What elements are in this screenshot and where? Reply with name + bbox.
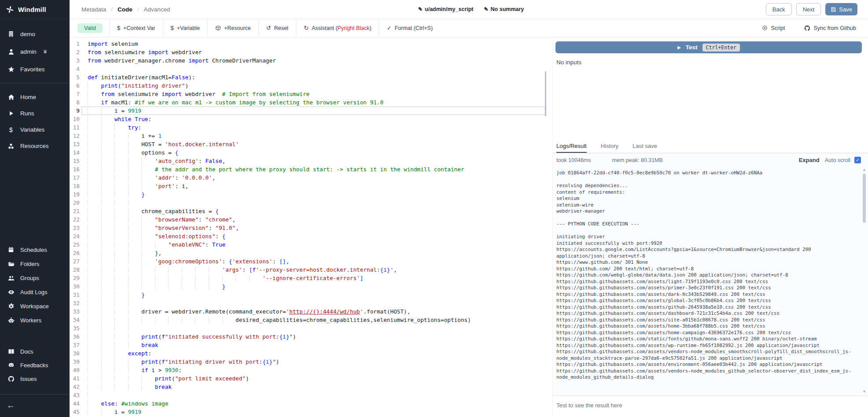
code-line-25[interactable]: 25 "enableVNC": True	[70, 240, 552, 249]
code-line-16[interactable]: 16 # the addr and the port where the pro…	[70, 165, 552, 173]
app-logo[interactable]: Windmill	[0, 0, 70, 19]
tab-last-save[interactable]: Last save	[633, 140, 657, 153]
tab-metadata[interactable]: Metadata	[81, 6, 106, 13]
add-context-var-button[interactable]: $ +Context Var	[110, 19, 163, 37]
sidebar-item-favorites[interactable]: Favorites	[0, 60, 70, 78]
code-line-1[interactable]: 1import selenium	[70, 40, 552, 48]
code-line-28[interactable]: 28 'args': [f'--proxy-server=host.docker…	[70, 266, 552, 274]
code-line-43[interactable]: 43	[70, 391, 552, 399]
code-editor[interactable]: 1import selenium2from seleniumwire impor…	[70, 38, 552, 417]
code-line-41[interactable]: 41 print("port limit exceeded")	[70, 374, 552, 383]
code-line-22[interactable]: 22 "browserName": "chrome",	[70, 215, 552, 224]
sidebar-collapse-button[interactable]: ←	[0, 401, 70, 410]
sidebar-item-label: Schedules	[20, 247, 47, 253]
code-line-5[interactable]: 5def initiateDriver(macM1=False):	[70, 73, 552, 81]
code-line-29[interactable]: 29 '--ignore-certificate-errors']	[70, 274, 552, 282]
sidebar-item-workers[interactable]: Workers	[0, 313, 70, 327]
sidebar-item-issues[interactable]: Issues	[0, 372, 70, 386]
code-line-30[interactable]: 30 }	[70, 282, 552, 291]
tab-history[interactable]: History	[601, 140, 618, 153]
format-button[interactable]: ✓ Format (Ctrl+S)	[379, 19, 440, 37]
code-line-42[interactable]: 42 break	[70, 383, 552, 391]
sidebar-item-audit-logs[interactable]: Audit Logs	[0, 285, 70, 299]
sidebar-item-groups[interactable]: Groups	[0, 271, 70, 285]
code-line-39[interactable]: 39 print(f"initiating driver with port:{…	[70, 358, 552, 366]
workspace-selector[interactable]: demo	[0, 25, 70, 43]
code-line-23[interactable]: 23 "browserVersion": "91.0",	[70, 224, 552, 232]
code-line-44[interactable]: 44 else: #windows image	[70, 399, 552, 408]
code-line-27[interactable]: 27 'goog:chromeOptions': {'extensions': …	[70, 257, 552, 266]
tab-logs-result[interactable]: Logs/Result	[556, 140, 587, 153]
sidebar-item-docs[interactable]: Docs	[0, 345, 70, 358]
code-line-13[interactable]: 13 HOST = 'host.docker.internal'	[70, 140, 552, 148]
code-line-12[interactable]: 12 i += 1	[70, 132, 552, 140]
code-line-33[interactable]: 33 driver = webdriver.Remote(command_exe…	[70, 307, 552, 316]
code-line-34[interactable]: 34 desired_capabilities=chrome_capabilit…	[70, 316, 552, 324]
log-scrollbar[interactable]: ▲ ▼	[862, 168, 867, 394]
sidebar-item-workspace[interactable]: Workspace	[0, 299, 70, 313]
save-button[interactable]: Save	[825, 3, 857, 15]
add-resource-button[interactable]: +Resource	[208, 19, 258, 37]
assistant-button[interactable]: ↻ Assistant (Pyright Black)	[296, 19, 379, 37]
code-line-35[interactable]: 35	[70, 324, 552, 332]
code-line-21[interactable]: 21 chrome_capabilities = {	[70, 207, 552, 215]
code-line-17[interactable]: 17 'addr': '0.0.0.0',	[70, 173, 552, 182]
script-path-edit[interactable]: ✎ u/admin/my_script	[418, 6, 474, 12]
editor-scrollbar[interactable]	[545, 71, 546, 116]
expand-button[interactable]: Expand	[799, 157, 820, 163]
code-line-19[interactable]: 19 }	[70, 190, 552, 199]
code-line-9[interactable]: 9 i = 9919	[70, 107, 552, 115]
code-line-20[interactable]: 20	[70, 199, 552, 207]
scrollbar-thumb[interactable]	[863, 173, 866, 223]
dollar-icon: $	[7, 127, 15, 133]
sidebar-item-variables[interactable]: $Variables	[0, 122, 70, 138]
code-line-31[interactable]: 31 }	[70, 291, 552, 299]
scroll-down-icon[interactable]: ▼	[862, 390, 867, 394]
code-line-15[interactable]: 15 'auto_config': False,	[70, 157, 552, 165]
line-content: if i > 9930:	[88, 366, 182, 374]
sidebar-item-schedules[interactable]: Schedules	[0, 243, 70, 257]
reset-button[interactable]: ↺ Reset	[259, 19, 296, 37]
sidebar-item-runs[interactable]: Runs	[0, 105, 70, 122]
code-line-2[interactable]: 2from seleniumwire import webdriver	[70, 48, 552, 56]
code-line-6[interactable]: 6 print("initiating driver")	[70, 81, 552, 90]
code-line-3[interactable]: 3from webdriver_manager.chrome import Ch…	[70, 56, 552, 65]
github-icon	[804, 25, 810, 31]
test-button[interactable]: ▶ Test Ctrl+Enter	[555, 41, 862, 53]
next-button[interactable]: Next	[796, 3, 821, 15]
code-line-24[interactable]: 24 "selenoid:options": {	[70, 232, 552, 240]
code-line-38[interactable]: 38 except:	[70, 349, 552, 358]
autoscroll-checkbox[interactable]: ✓	[854, 157, 861, 163]
code-line-10[interactable]: 10 while True:	[70, 115, 552, 123]
code-line-36[interactable]: 36 print(f"initiated successfully with p…	[70, 332, 552, 341]
code-line-18[interactable]: 18 'port': i,	[70, 182, 552, 190]
sidebar-item-feedbacks[interactable]: Feedbacks	[0, 358, 70, 372]
tab-code[interactable]: Code	[118, 6, 132, 13]
code-line-4[interactable]: 4	[70, 65, 552, 73]
code-line-14[interactable]: 14 options = {	[70, 148, 552, 157]
sidebar-item-folders[interactable]: Folders	[0, 257, 70, 271]
code-line-8[interactable]: 8 if macM1: #if we are on mac m1 -> cust…	[70, 98, 552, 107]
line-content: 'auto_config': False,	[88, 157, 225, 165]
code-line-7[interactable]: 7 from seleniumwire import webdriver # I…	[70, 90, 552, 98]
sidebar-item-resources[interactable]: Resources	[0, 138, 70, 154]
line-content: if macM1: #if we are on mac m1 -> custom…	[88, 98, 383, 107]
code-line-26[interactable]: 26 },	[70, 249, 552, 257]
add-variable-button[interactable]: $ +Variable	[163, 19, 207, 37]
tab-advanced[interactable]: Advanced	[144, 6, 170, 13]
script-kind-button[interactable]: Script	[762, 25, 785, 31]
sidebar-item-home[interactable]: Home	[0, 89, 70, 105]
script-summary-edit[interactable]: ✎ No summary	[484, 6, 524, 12]
back-button[interactable]: Back	[766, 3, 792, 15]
code-line-37[interactable]: 37 break	[70, 341, 552, 349]
code-line-40[interactable]: 40 if i > 9930:	[70, 366, 552, 374]
result-footer: Test to see the result here	[553, 395, 868, 417]
autoscroll-label[interactable]: Auto scroll	[825, 157, 850, 163]
user-menu[interactable]: admin ♛	[0, 43, 70, 60]
scroll-up-icon[interactable]: ▲	[862, 168, 867, 172]
code-line-32[interactable]: 32	[70, 299, 552, 307]
sync-from-github-button[interactable]: Sync from Github	[804, 25, 856, 31]
no-inputs-text: No inputs	[556, 59, 868, 66]
code-line-11[interactable]: 11 try:	[70, 123, 552, 132]
code-line-45[interactable]: 45 i = 9919	[70, 408, 552, 416]
